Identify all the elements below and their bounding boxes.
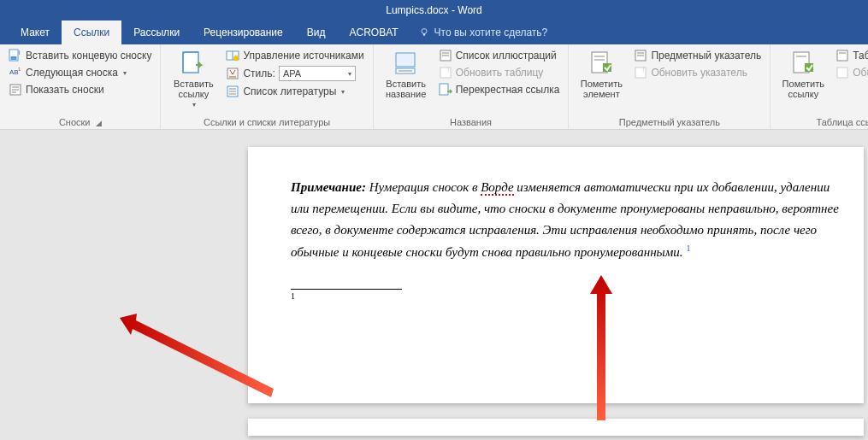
list-icon xyxy=(439,49,452,62)
mark-entry-icon xyxy=(588,50,615,77)
title-bar: Lumpics.docx - Word xyxy=(0,0,868,21)
dialog-launcher-icon[interactable]: ◢ xyxy=(96,119,102,127)
svg-rect-20 xyxy=(396,53,415,67)
endnote-icon: i xyxy=(9,49,22,62)
next-footnote-icon: AB1 xyxy=(9,66,22,79)
citation-style-select[interactable]: APA ▾ xyxy=(279,66,356,81)
insert-toa-button[interactable]: Таблица ссыл xyxy=(834,48,868,63)
update-icon: ! xyxy=(634,66,647,79)
dropdown-icon: ▾ xyxy=(123,69,127,77)
group-index-label: Предметный указатель xyxy=(576,115,763,127)
tell-me-label: Что вы хотите сделать? xyxy=(434,26,548,38)
toa-icon xyxy=(836,49,849,62)
paragraph[interactable]: Примечание: Нумерация сносок в Ворде изм… xyxy=(291,177,847,263)
mark-citation-icon xyxy=(789,50,817,77)
insert-citation-icon xyxy=(180,50,207,77)
window-title: Lumpics.docx - Word xyxy=(386,4,481,16)
manage-sources-icon xyxy=(226,49,239,62)
group-footnotes-label: Сноски xyxy=(59,117,91,127)
show-notes-icon xyxy=(9,83,22,97)
svg-text:1: 1 xyxy=(18,67,21,72)
mark-entry-button[interactable]: Пометить элемент xyxy=(576,48,627,99)
svg-rect-1 xyxy=(422,34,424,36)
citation-style-row: Стиль: APA ▾ xyxy=(224,65,365,82)
index-icon xyxy=(634,49,647,62)
ribbon: i Вставить концевую сноску AB1 Следующая… xyxy=(0,44,868,130)
table-of-figures-button[interactable]: Список иллюстраций xyxy=(437,48,562,63)
group-citations: Вставить ссылку ▾ Управление источниками… xyxy=(161,44,373,129)
insert-citation-button[interactable]: Вставить ссылку ▾ xyxy=(168,48,219,109)
svg-text:i: i xyxy=(19,50,21,56)
footnote-reference[interactable]: 1 xyxy=(686,243,691,253)
group-toa-label: Таблица ссылок xyxy=(777,115,868,127)
insert-endnote-button[interactable]: i Вставить концевую сноску xyxy=(7,48,153,63)
group-citations-label: Ссылки и списки литературы xyxy=(168,115,365,127)
group-index: Пометить элемент Предметный указатель ! … xyxy=(569,44,771,129)
tab-layout[interactable]: Макет xyxy=(9,21,62,44)
bibliography-icon xyxy=(226,85,239,98)
caption-icon xyxy=(393,50,420,77)
word-link: Ворде xyxy=(481,180,513,196)
tab-mailings[interactable]: Рассылки xyxy=(121,21,192,44)
tab-review[interactable]: Рецензирование xyxy=(192,21,295,44)
svg-rect-3 xyxy=(11,56,17,60)
insert-index-button[interactable]: Предметный указатель xyxy=(632,48,763,63)
svg-rect-43 xyxy=(837,67,847,78)
group-captions: Вставить название Список иллюстраций ! О… xyxy=(374,44,570,129)
cross-ref-icon xyxy=(439,83,452,97)
tab-references[interactable]: Ссылки xyxy=(62,21,121,44)
update-toa-button: Обновить табл xyxy=(834,65,868,80)
svg-rect-41 xyxy=(837,50,847,61)
mark-citation-button[interactable]: Пометить ссылку xyxy=(777,48,829,99)
update-icon xyxy=(836,66,849,79)
footnote-separator xyxy=(291,289,402,290)
cross-reference-button[interactable]: Перекрестная ссылка xyxy=(437,82,562,97)
ribbon-tabs: Макет Ссылки Рассылки Рецензирование Вид… xyxy=(0,21,868,44)
document-area: Примечание: Нумерация сносок в Ворде изм… xyxy=(0,130,868,440)
svg-point-14 xyxy=(233,56,239,61)
footnote-number[interactable]: 1 xyxy=(291,291,847,301)
dropdown-icon: ▾ xyxy=(348,70,351,78)
document-page[interactable]: Примечание: Нумерация сносок в Ворде изм… xyxy=(248,147,864,403)
lightbulb-icon xyxy=(419,27,429,38)
group-toa: Пометить ссылку Таблица ссыл Обновить та… xyxy=(771,44,868,129)
style-icon xyxy=(226,67,239,80)
manage-sources-button[interactable]: Управление источниками xyxy=(224,48,365,63)
tab-acrobat[interactable]: ACROBAT xyxy=(337,21,410,44)
document-page-next[interactable] xyxy=(248,419,864,436)
svg-rect-28 xyxy=(440,84,448,95)
svg-rect-11 xyxy=(183,52,198,73)
update-table-button: ! Обновить таблицу xyxy=(437,65,562,80)
update-index-button: ! Обновить указатель xyxy=(632,65,763,80)
svg-text:!: ! xyxy=(447,66,450,73)
style-label: Стиль: xyxy=(243,67,275,79)
show-notes-button[interactable]: Показать сноски xyxy=(7,82,153,97)
update-icon: ! xyxy=(439,66,452,79)
svg-text:!: ! xyxy=(642,66,645,73)
next-footnote-button[interactable]: AB1 Следующая сноска ▾ xyxy=(7,65,153,80)
dropdown-icon: ▾ xyxy=(341,88,345,96)
note-label: Примечание: xyxy=(291,180,366,194)
insert-caption-button[interactable]: Вставить название xyxy=(381,48,432,99)
dropdown-icon: ▾ xyxy=(192,101,196,109)
svg-point-0 xyxy=(422,29,427,34)
group-captions-label: Названия xyxy=(381,115,562,127)
bibliography-button[interactable]: Список литературы ▾ xyxy=(224,84,365,99)
group-footnotes: i Вставить концевую сноску AB1 Следующая… xyxy=(0,44,161,129)
tab-view[interactable]: Вид xyxy=(295,21,338,44)
tell-me-box[interactable]: Что вы хотите сделать? xyxy=(410,21,548,44)
